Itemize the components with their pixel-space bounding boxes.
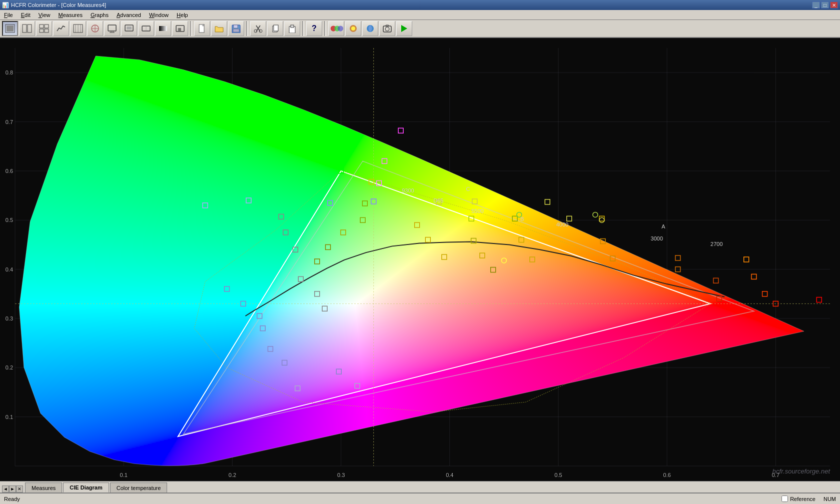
svg-rect-7 (45, 29, 49, 32)
svg-rect-4 (40, 24, 44, 28)
maximize-btn[interactable]: □ (821, 2, 829, 8)
num-indicator: NUM (823, 496, 836, 502)
tabbar: ◄ ► ✕ Measures CIE Diagram Color tempera… (0, 481, 840, 492)
svg-rect-1 (7, 26, 14, 32)
separator3 (302, 21, 304, 36)
toolbar-measure2[interactable] (345, 21, 361, 36)
svg-rect-6 (40, 29, 44, 32)
toolbar-copy[interactable] (267, 21, 283, 36)
titlebar-left: 📊 HCFR Colorimeter - [Color Measures4] (2, 2, 106, 8)
toolbar-measure3[interactable] (362, 21, 378, 36)
separator1 (190, 21, 192, 36)
toolbar-save[interactable] (228, 21, 244, 36)
svg-rect-15 (108, 25, 116, 31)
tab-measures[interactable]: Measures (25, 482, 62, 492)
svg-rect-5 (45, 24, 49, 28)
toolbar-measure1[interactable] (328, 21, 344, 36)
toolbar-paste[interactable] (284, 21, 300, 36)
menu-file[interactable]: File (0, 10, 17, 20)
svg-rect-36 (274, 25, 278, 31)
toolbar-view3[interactable] (36, 21, 52, 36)
tab-color-temperature[interactable]: Color temperature (110, 482, 168, 492)
statusbar: Ready Reference NUM (0, 492, 840, 504)
tab-cie-diagram[interactable]: CIE Diagram (63, 482, 109, 492)
menu-help[interactable]: Help (173, 10, 192, 20)
minimize-btn[interactable]: _ (812, 2, 820, 8)
menu-window[interactable]: Window (145, 10, 173, 20)
tab-close[interactable]: ✕ (16, 486, 23, 492)
svg-rect-3 (28, 24, 32, 32)
toolbar-new[interactable] (194, 21, 210, 36)
menubar: File Edit View Measures Graphs Advanced … (0, 10, 840, 20)
toolbar-display[interactable] (104, 21, 120, 36)
tab-next[interactable]: ► (9, 486, 16, 492)
menu-graphs[interactable]: Graphs (87, 10, 113, 20)
svg-marker-48 (401, 25, 407, 32)
svg-rect-38 (291, 25, 294, 28)
svg-rect-30 (233, 29, 239, 32)
status-text: Ready (4, 496, 20, 502)
titlebar-controls[interactable]: _ □ ✕ (812, 2, 838, 8)
svg-rect-20 (127, 26, 132, 30)
reference-label: Reference (790, 496, 815, 502)
svg-point-43 (351, 26, 355, 30)
app-icon: 📊 (2, 2, 9, 8)
toolbar: ▦ ? (0, 20, 840, 38)
toolbar-open[interactable] (211, 21, 227, 36)
menu-edit[interactable]: Edit (17, 10, 35, 20)
toolbar-display4[interactable]: ▦ (172, 21, 188, 36)
toolbar-color-adjust[interactable] (87, 21, 103, 36)
svg-text:▦: ▦ (178, 27, 182, 32)
menu-advanced[interactable]: Advanced (113, 10, 145, 20)
toolbar-help[interactable]: ? (306, 21, 322, 36)
svg-rect-2 (23, 24, 27, 32)
titlebar: 📊 HCFR Colorimeter - [Color Measures4] _… (0, 0, 840, 10)
reference-checkbox[interactable] (781, 496, 788, 502)
toolbar-view1[interactable] (2, 21, 18, 36)
separator2 (246, 21, 248, 36)
menu-view[interactable]: View (35, 10, 55, 20)
toolbar-display3[interactable] (138, 21, 154, 36)
toolbar-display2[interactable] (121, 21, 137, 36)
menu-measures[interactable]: Measures (55, 10, 87, 20)
toolbar-gradient[interactable] (155, 21, 171, 36)
svg-point-41 (338, 26, 343, 31)
toolbar-cut[interactable] (250, 21, 266, 36)
separator4 (324, 21, 326, 36)
toolbar-camera[interactable] (379, 21, 395, 36)
close-btn[interactable]: ✕ (830, 2, 838, 8)
cie-diagram (0, 38, 840, 481)
window-title: HCFR Colorimeter - [Color Measures4] (11, 2, 106, 8)
toolbar-view4[interactable] (53, 21, 69, 36)
svg-point-46 (385, 27, 389, 31)
tab-prev[interactable]: ◄ (2, 486, 9, 492)
svg-rect-23 (159, 26, 167, 31)
tab-nav[interactable]: ◄ ► ✕ (2, 486, 23, 492)
main-content: hcfr.sourceforge.net (0, 38, 840, 481)
toolbar-view5[interactable] (70, 21, 86, 36)
toolbar-view2[interactable] (19, 21, 35, 36)
toolbar-run[interactable] (396, 21, 412, 36)
svg-rect-29 (234, 25, 238, 28)
